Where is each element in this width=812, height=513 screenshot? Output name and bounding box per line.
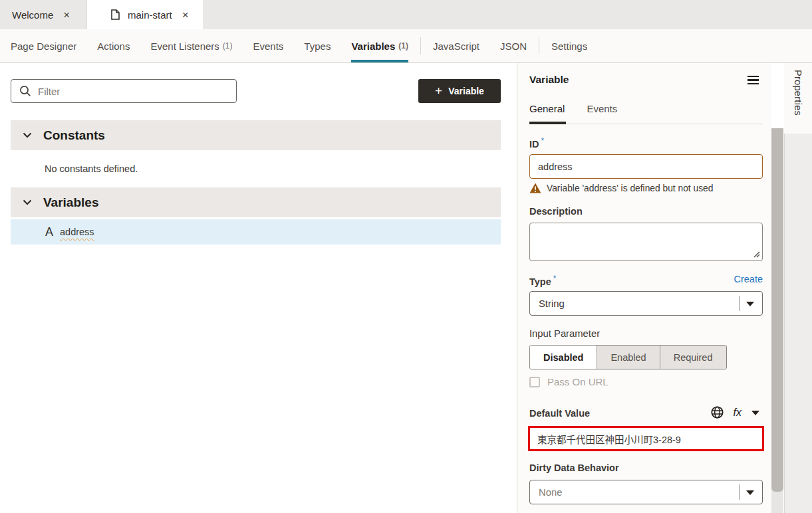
chevron-down-icon bbox=[23, 132, 32, 138]
pass-on-url-label: Pass On URL bbox=[547, 376, 609, 387]
close-icon[interactable]: × bbox=[180, 9, 191, 21]
variable-name: address bbox=[60, 227, 94, 237]
input-parameter-label: Input Parameter bbox=[529, 328, 600, 339]
default-value-input[interactable] bbox=[528, 426, 764, 451]
document-icon bbox=[111, 9, 120, 20]
id-input[interactable] bbox=[529, 154, 763, 179]
dropdown-arrow-icon bbox=[746, 490, 754, 495]
filter-input[interactable] bbox=[38, 86, 228, 97]
constants-section-header[interactable]: Constants bbox=[11, 120, 501, 150]
properties-panel: Variable General Events ID* Variable 'ad… bbox=[518, 63, 771, 513]
menu-icon[interactable] bbox=[747, 76, 759, 84]
variables-list-panel: + Variable Constants No constants define… bbox=[0, 63, 517, 513]
tab-variables[interactable]: Variables(1) bbox=[351, 29, 408, 63]
tab-actions[interactable]: Actions bbox=[97, 29, 130, 63]
properties-scrollbar bbox=[771, 63, 783, 513]
close-icon[interactable]: × bbox=[61, 9, 72, 21]
default-value-label: Default Value bbox=[529, 408, 590, 419]
active-properties-tab-underline bbox=[529, 122, 566, 124]
tab-page-designer[interactable]: Page Designer bbox=[11, 29, 76, 63]
description-label: Description bbox=[529, 206, 583, 217]
editor-tab-strip: Welcome × main-start × bbox=[0, 0, 812, 29]
right-dock-strip: Properties bbox=[784, 63, 812, 513]
input-param-disabled-button[interactable]: Disabled bbox=[530, 346, 597, 369]
input-param-required-button[interactable]: Required bbox=[660, 346, 726, 369]
tab-welcome[interactable]: Welcome × bbox=[0, 0, 87, 29]
description-textarea[interactable] bbox=[529, 223, 763, 261]
input-parameter-group: Disabled Enabled Required bbox=[529, 345, 727, 369]
tab-events-properties[interactable]: Events bbox=[587, 103, 617, 114]
id-warning: Variable 'address' is defined but not us… bbox=[529, 183, 713, 193]
filter-box bbox=[11, 79, 237, 103]
warning-message: Variable 'address' is defined but not us… bbox=[547, 183, 713, 193]
visual-builder-window: Welcome × main-start × Page Designer Act… bbox=[0, 0, 812, 513]
nav-divider bbox=[420, 37, 421, 54]
properties-tabs: General Events bbox=[529, 103, 617, 114]
tab-main-start[interactable]: main-start × bbox=[87, 0, 203, 29]
tab-main-start-label: main-start bbox=[128, 9, 172, 21]
tab-json[interactable]: JSON bbox=[500, 29, 527, 63]
id-label: ID* bbox=[529, 136, 544, 150]
tab-general[interactable]: General bbox=[529, 103, 565, 114]
constants-section-title: Constants bbox=[43, 128, 105, 143]
dirty-data-behavior-label: Dirty Data Behavior bbox=[529, 462, 619, 473]
dirty-data-behavior-select[interactable]: None bbox=[529, 480, 763, 504]
plus-icon: + bbox=[435, 84, 442, 97]
default-value-actions: fx bbox=[711, 406, 759, 419]
type-label: Type* bbox=[529, 274, 556, 287]
nav-divider bbox=[539, 37, 539, 54]
no-constants-message: No constants defined. bbox=[45, 163, 138, 174]
select-divider bbox=[739, 296, 740, 311]
tab-event-listeners[interactable]: Event Listeners(1) bbox=[150, 29, 232, 63]
tab-javascript[interactable]: JavaScript bbox=[433, 29, 479, 63]
variable-list-item-address[interactable]: A address bbox=[11, 219, 501, 245]
variables-section-title: Variables bbox=[43, 195, 98, 210]
globe-icon[interactable] bbox=[711, 406, 724, 419]
tab-types[interactable]: Types bbox=[304, 29, 331, 63]
dock-strip-background bbox=[784, 134, 812, 513]
scrollbar-thumb[interactable] bbox=[771, 128, 783, 492]
string-type-icon: A bbox=[45, 225, 53, 239]
select-divider bbox=[739, 484, 740, 500]
dropdown-arrow-icon[interactable] bbox=[751, 411, 759, 415]
warning-icon bbox=[529, 183, 541, 193]
add-variable-button[interactable]: + Variable bbox=[418, 79, 501, 103]
properties-panel-title: Variable bbox=[529, 74, 569, 86]
variables-section-header[interactable]: Variables bbox=[11, 187, 501, 217]
search-icon bbox=[19, 85, 31, 97]
required-asterisk: * bbox=[553, 274, 557, 283]
input-param-enabled-button[interactable]: Enabled bbox=[597, 346, 659, 369]
fx-icon[interactable]: fx bbox=[734, 407, 742, 419]
chevron-down-icon bbox=[23, 199, 32, 205]
tab-welcome-label: Welcome bbox=[12, 9, 53, 21]
create-type-link[interactable]: Create bbox=[734, 274, 763, 284]
type-select[interactable]: String bbox=[529, 291, 763, 316]
scrollbar-track[interactable] bbox=[771, 128, 783, 513]
tab-settings[interactable]: Settings bbox=[551, 29, 587, 63]
required-asterisk: * bbox=[541, 136, 545, 146]
active-tab-underline bbox=[351, 60, 408, 62]
pass-on-url-checkbox[interactable] bbox=[529, 377, 540, 387]
dropdown-arrow-icon bbox=[746, 302, 754, 306]
pass-on-url-row: Pass On URL bbox=[529, 376, 609, 387]
tab-events[interactable]: Events bbox=[253, 29, 284, 63]
page-nav-bar: Page Designer Actions Event Listeners(1)… bbox=[0, 29, 812, 63]
properties-vertical-tab[interactable]: Properties bbox=[784, 63, 812, 134]
